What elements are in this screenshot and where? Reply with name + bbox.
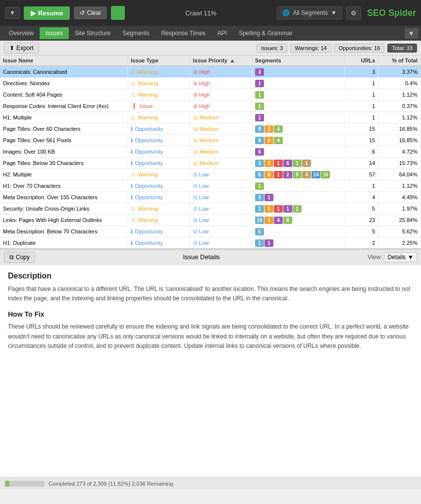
col-header-issue-type[interactable]: Issue Type xyxy=(128,56,190,66)
segments-cell: 11 xyxy=(252,237,344,249)
issue-type-cell: ℹOpportunity xyxy=(128,158,190,169)
issue-name-cell: H1: Duplicate xyxy=(0,237,128,249)
clear-button[interactable]: ↺ Clear xyxy=(74,6,107,19)
col-header-priority[interactable]: Issue Priority xyxy=(190,56,252,66)
priority-cell: ⊙Low xyxy=(190,226,252,237)
warning-type-icon: ⚠ xyxy=(131,217,136,224)
high-priority-icon: ⊘ xyxy=(193,92,198,98)
copy-icon: ⧉ xyxy=(9,254,14,261)
table-row[interactable]: Page Titles: Below 30 CharactersℹOpportu… xyxy=(0,158,421,169)
table-row[interactable]: H2: Multiple⚠Warning⊙Low69125414165764.0… xyxy=(0,169,421,180)
table-scroll-area[interactable]: Issue Name Issue Type Issue Priority Seg… xyxy=(0,56,421,248)
segment-block: 9 xyxy=(255,125,264,133)
col-header-pct[interactable]: % of Total xyxy=(378,56,421,66)
view-chevron-icon: ▼ xyxy=(408,254,414,261)
table-row[interactable]: H1: DuplicateℹOpportunity⊙Low1122.25% xyxy=(0,237,421,249)
segment-block: 1 xyxy=(274,171,283,178)
issues-count-badge: Issues: 3 xyxy=(257,44,287,53)
warning-type-icon: ⚠ xyxy=(131,171,136,178)
pct-cell: 4.72% xyxy=(378,146,421,158)
low-priority-icon: ⊙ xyxy=(193,206,198,212)
copy-button[interactable]: ⧉ Copy xyxy=(4,252,35,263)
opportunity-type-icon: ℹ xyxy=(131,137,133,144)
priority-cell: ◎Medium xyxy=(190,112,252,123)
pct-cell: 1.97% xyxy=(378,203,421,215)
tab-response-times[interactable]: Response Times xyxy=(155,27,211,39)
segments-cell: 1 xyxy=(252,89,344,101)
pct-cell: 0.37% xyxy=(378,101,421,112)
issue-type-cell: ℹOpportunity xyxy=(128,123,190,135)
segments-cell: 1 xyxy=(252,78,344,89)
table-row[interactable]: Content: Soft 404 Pages⚠Warning⊘High111.… xyxy=(0,89,421,101)
tabs-expand-button[interactable]: ▼ xyxy=(405,28,418,39)
issue-type-cell: ⚠Warning xyxy=(128,112,190,123)
segments-dropdown[interactable]: 🌐 All Segments ▼ xyxy=(277,6,342,19)
view-select-dropdown[interactable]: Details ▼ xyxy=(384,252,417,262)
table-row[interactable]: Response Codes: Internal Client Error (4… xyxy=(0,101,421,112)
priority-cell: ◎Medium xyxy=(190,135,252,146)
medium-priority-icon: ◎ xyxy=(193,149,198,155)
table-row[interactable]: H1: Over 70 CharactersℹOpportunity⊙Low11… xyxy=(0,180,421,192)
segment-block: 2 xyxy=(283,171,292,178)
resume-button[interactable]: ▶ Resume xyxy=(24,6,70,20)
segments-globe-icon: 🌐 xyxy=(282,9,290,16)
table-row[interactable]: Meta Description: Over 155 CharactersℹOp… xyxy=(0,192,421,203)
segment-block: 1 xyxy=(283,205,292,213)
issue-name-cell: H1: Over 70 Characters xyxy=(0,180,128,192)
tab-issues[interactable]: Issues xyxy=(40,27,69,39)
issues-table: Issue Name Issue Type Issue Priority Seg… xyxy=(0,56,421,248)
how-to-fix-heading: How To Fix xyxy=(8,310,413,318)
settings-gear-button[interactable]: ⚙ xyxy=(346,6,361,20)
segment-block: 5 xyxy=(293,171,302,178)
play-icon: ▶ xyxy=(31,9,36,17)
segment-block: 1 xyxy=(293,205,302,213)
col-header-segments[interactable]: Segments xyxy=(252,56,344,66)
opportunity-type-icon: ℹ xyxy=(131,160,133,167)
table-row[interactable]: H1: Multiple⚠Warning◎Medium111.12% xyxy=(0,112,421,123)
progress-bar-outer xyxy=(5,481,45,487)
priority-cell: ⊙Low xyxy=(190,237,252,249)
issue-type-cell: ℹOpportunity xyxy=(128,135,190,146)
tab-site-structure[interactable]: Site Structure xyxy=(69,27,117,39)
table-row[interactable]: Images: Over 100 KBℹOpportunity◎Medium66… xyxy=(0,146,421,158)
high-priority-icon: ⊘ xyxy=(193,80,198,87)
col-header-issue-name[interactable]: Issue Name xyxy=(0,56,128,66)
panel-content-area: Description Pages that have a canonical … xyxy=(0,265,421,365)
priority-cell: ⊘High xyxy=(190,78,252,89)
tab-overview[interactable]: Overview xyxy=(3,27,40,39)
issues-toolbar: ⬆ Export Issues: 3 Warnings: 14 Opportun… xyxy=(0,41,421,56)
green-action-button[interactable] xyxy=(111,6,125,20)
table-row[interactable]: Links: Pages With High External Outlinks… xyxy=(0,215,421,226)
table-row[interactable]: Security: Unsafe Cross-Origin Links⚠Warn… xyxy=(0,203,421,215)
col-header-urls[interactable]: URLs xyxy=(345,56,378,66)
issue-name-cell: Page Titles: Over 561 Pixels xyxy=(0,135,128,146)
urls-cell: 1 xyxy=(345,180,378,192)
segment-block: 1 xyxy=(255,182,264,190)
issue-type-cell: ⚠Warning xyxy=(128,203,190,215)
navigation-tabs: Overview Issues Site Structure Segments … xyxy=(0,26,421,41)
segment-block: 3 xyxy=(255,68,264,76)
table-row[interactable]: Meta Description: Below 70 CharactersℹOp… xyxy=(0,226,421,237)
urls-cell: 15 xyxy=(345,135,378,146)
urls-cell: 23 xyxy=(345,215,378,226)
table-row[interactable]: Page Titles: Over 561 PixelsℹOpportunity… xyxy=(0,135,421,146)
priority-cell: ◎Medium xyxy=(190,123,252,135)
table-row[interactable]: Directives: Noindex⚠Warning⊘High110.4% xyxy=(0,78,421,89)
segments-cell: 10148 xyxy=(252,215,344,226)
issue-type-cell: ⚠Warning xyxy=(128,215,190,226)
table-row[interactable]: Canonicals: Canonicalised⚠Warning⊘High33… xyxy=(0,66,421,78)
segments-chevron-icon: ▼ xyxy=(331,9,337,16)
segment-block: 1 xyxy=(264,239,273,247)
table-row[interactable]: Page Titles: Over 60 CharactersℹOpportun… xyxy=(0,123,421,135)
app-menu-dropdown[interactable]: ▼ xyxy=(5,7,20,19)
segment-block: 1 xyxy=(255,205,264,213)
urls-cell: 5 xyxy=(345,203,378,215)
export-icon: ⬆ xyxy=(9,45,14,52)
export-button[interactable]: ⬆ Export xyxy=(4,43,39,54)
tab-spelling[interactable]: Spelling & Grammar xyxy=(233,27,298,39)
segments-cell: 1 xyxy=(252,101,344,112)
tab-segments[interactable]: Segments xyxy=(116,27,155,39)
segment-block: 1 xyxy=(274,205,283,213)
tab-api[interactable]: API xyxy=(211,27,233,39)
opportunity-type-icon: ℹ xyxy=(131,240,133,246)
